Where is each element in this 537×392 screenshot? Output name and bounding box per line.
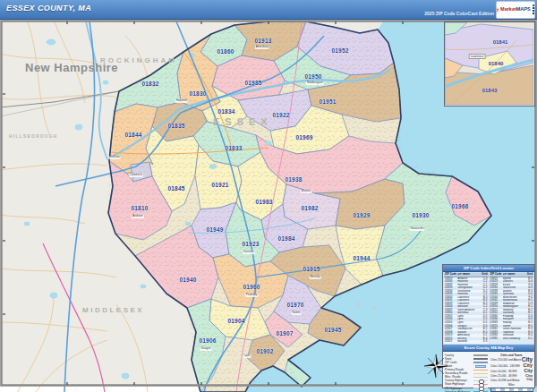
- zip-index-table: ZIP CodeZIP NameGrid01810AndoverC-301830…: [443, 272, 534, 345]
- index-header-cell: ZIP Name: [503, 273, 526, 277]
- index-cell: West Newbury: [503, 337, 526, 341]
- primary-roads-symbol: [473, 369, 488, 371]
- index-row: 01921BoxfordD-3: [444, 340, 489, 344]
- secondary-roads-symbol: [473, 372, 488, 375]
- inset-zip-label: 01840: [489, 61, 504, 66]
- index-cell: 01921: [445, 340, 457, 344]
- index-cell: 01985: [490, 337, 503, 341]
- index-header-cell: Grid: [526, 273, 533, 277]
- index-cell: Boxford: [457, 340, 481, 344]
- inset-zip-label: 01841: [493, 39, 508, 45]
- index-row: 01985West NewburyD-1: [490, 337, 534, 341]
- county-highways-symbol: [473, 379, 488, 382]
- us-highways-symbol: [473, 387, 488, 389]
- state-highways-symbol: [473, 383, 488, 386]
- state-symbol: [473, 357, 488, 360]
- city-size-sample: City: [526, 379, 533, 382]
- index-header-cell: ZIP Code: [490, 273, 503, 277]
- map-key-cities: Cities and Towns Cities 250,000 and Abov…: [490, 354, 533, 392]
- inset-city-label: Lawrence: [469, 54, 486, 59]
- map-key-symbols: CountyStateZIP CodeWaterPrimary RoadsSec…: [445, 354, 488, 392]
- water-symbol: [473, 365, 488, 368]
- city-size-rows: Cities 250,000 and AboveCityCities 100,0…: [490, 357, 533, 382]
- zip-code-symbol: [473, 361, 488, 363]
- compass-rose-icon: [424, 354, 448, 378]
- index-header-cell: ZIP Name: [457, 273, 481, 277]
- map-key-body: CountyStateZIP CodeWaterPrimary RoadsSec…: [443, 352, 534, 392]
- map-poster-page: ESSEX COUNTY, MA 2025 ZIP Code ColorCast…: [0, 0, 537, 392]
- city-size-label: Cities 250,000 and Above: [490, 358, 521, 362]
- legend-panel: ZIP Code Index/Grid Locator ZIP CodeZIP …: [442, 264, 535, 388]
- index-header-cell: Grid: [481, 273, 487, 277]
- index-title: ZIP Code Index/Grid Locator: [443, 265, 534, 272]
- city-size-label: Cities 24,999 and Below: [490, 379, 519, 382]
- scale-bar: [490, 388, 533, 392]
- city-size-label: Cities 50,000 - 99,999: [490, 370, 516, 373]
- scale-row: Miles: [490, 384, 533, 391]
- index-cell: D-1: [526, 337, 533, 341]
- city-size-label: Cities 25,000 - 49,999: [490, 374, 516, 378]
- lawrence-inset-map: 018410184001843Lawrence: [444, 21, 535, 107]
- zip-index-left: ZIP CodeZIP NameGrid01810AndoverC-301830…: [444, 273, 489, 344]
- index-cell: D-3: [481, 340, 487, 344]
- city-size-row: Cities 24,999 and BelowCity: [490, 379, 533, 382]
- county-symbol: [473, 354, 488, 356]
- map-key-title: Essex County, MA Map Key: [443, 345, 534, 352]
- zip-index-right: ZIP CodeZIP NameGrid01922ByfieldE-201923…: [490, 273, 534, 344]
- misc-roads-symbol: [473, 376, 488, 379]
- inset-zip-label: 01843: [482, 88, 498, 93]
- index-header-cell: ZIP Code: [445, 273, 457, 277]
- scale-bars: MilesKilometers: [490, 384, 533, 392]
- city-size-label: Cities 100,000 - 249,999: [490, 364, 520, 368]
